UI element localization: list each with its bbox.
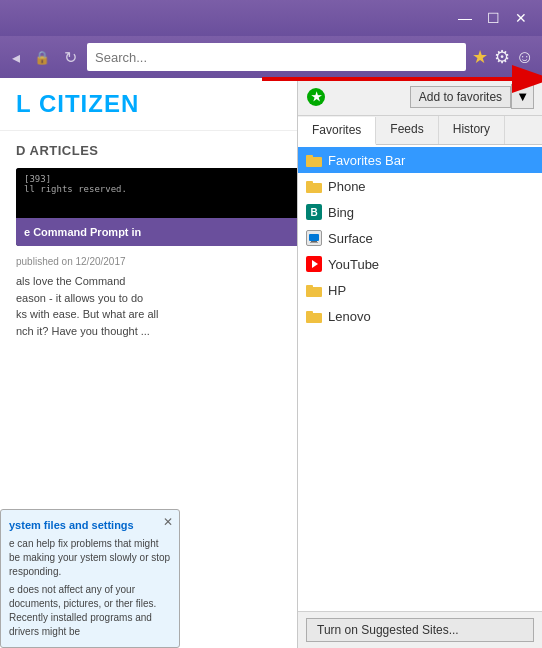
main-area: L CITIZEN D ARTICLES [393] ll rights res… [0,78,542,648]
youtube-icon [306,256,322,272]
ie-icon: ★ [306,87,326,107]
close-button[interactable]: ✕ [508,8,534,28]
fav-label-bing: Bing [328,205,534,220]
popup-title: ystem files and settings [9,518,171,533]
add-favorites-dropdown[interactable]: ▼ [511,84,534,109]
popup-close-button[interactable]: ✕ [163,514,173,531]
toolbar-icons: ★ ⚙ ☺ [472,46,534,68]
refresh-icon[interactable]: ↻ [60,46,81,69]
fav-label-surface: Surface [328,231,534,246]
fav-label-favorites-bar: Favorites Bar [328,153,534,168]
popup-text-2: e does not affect any of your documents,… [9,583,171,639]
logo-text: L CITIZEN [16,90,139,117]
favorites-tabs: Favorites Feeds History [298,116,542,145]
folder-icon-lenovo [306,308,322,324]
fav-label-hp: HP [328,283,534,298]
favorites-panel: ★ Add to favorites ▼ Favorites Feeds His… [297,78,542,648]
svg-text:★: ★ [311,90,322,104]
popup-notification: ✕ ystem files and settings e can help fi… [0,509,180,648]
favorites-header: ★ Add to favorites ▼ [298,78,542,116]
favorites-list: Favorites Bar Phone B Bing [298,145,542,611]
svg-rect-9 [311,241,317,242]
fav-item-youtube[interactable]: YouTube [298,251,542,277]
folder-open-icon [306,152,322,168]
lock-icon: 🔒 [30,48,54,67]
address-bar-container [87,43,466,71]
popup-text-1: e can help fix problems that might be ma… [9,537,171,579]
suggested-sites-button[interactable]: Turn on Suggested Sites... [306,618,534,642]
fav-label-youtube: YouTube [328,257,534,272]
fav-item-bing[interactable]: B Bing [298,199,542,225]
bing-icon: B [306,204,322,220]
svg-rect-8 [309,234,319,241]
svg-rect-5 [306,155,313,159]
fav-item-hp[interactable]: HP [298,277,542,303]
smiley-icon[interactable]: ☺ [516,47,534,68]
window-controls: — ☐ ✕ [452,8,534,28]
folder-icon-hp [306,282,322,298]
folder-icon-phone [306,178,322,194]
fav-item-lenovo[interactable]: Lenovo [298,303,542,329]
browser-toolbar: ◂ 🔒 ↻ ★ ⚙ ☺ [0,36,542,78]
settings-gear-icon[interactable]: ⚙ [494,46,510,68]
address-input[interactable] [87,43,466,71]
svg-rect-14 [306,285,313,289]
surface-icon [306,230,322,246]
titlebar: — ☐ ✕ [0,0,542,36]
maximize-button[interactable]: ☐ [480,8,506,28]
fav-item-favorites-bar[interactable]: Favorites Bar [298,147,542,173]
svg-rect-10 [310,242,318,243]
fav-label-phone: Phone [328,179,534,194]
back-icon[interactable]: ◂ [8,46,24,69]
fav-label-lenovo: Lenovo [328,309,534,324]
tab-favorites[interactable]: Favorites [298,117,376,145]
favorites-footer: Turn on Suggested Sites... [298,611,542,648]
svg-rect-16 [306,311,313,315]
svg-rect-7 [306,181,313,185]
add-to-favorites-button[interactable]: Add to favorites [410,86,511,108]
fav-item-surface[interactable]: Surface [298,225,542,251]
tab-feeds[interactable]: Feeds [376,116,438,144]
favorites-star-icon[interactable]: ★ [472,46,488,68]
minimize-button[interactable]: — [452,8,478,28]
tab-history[interactable]: History [439,116,505,144]
fav-item-phone[interactable]: Phone [298,173,542,199]
